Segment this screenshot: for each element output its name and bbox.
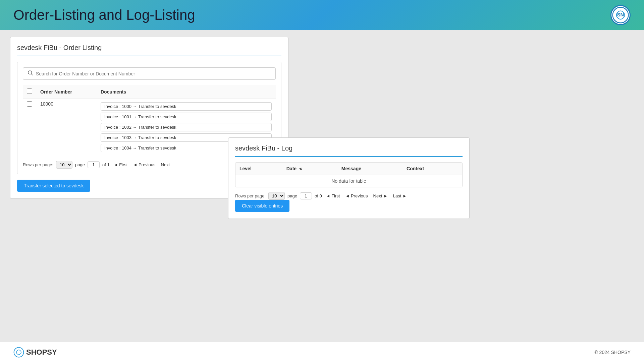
document-tag[interactable]: Invoice : 1002 → Transfer to sevdesk	[101, 123, 272, 131]
log-rows-per-page-select[interactable]: 10 20 50	[268, 192, 285, 200]
log-page-input[interactable]	[300, 192, 312, 199]
log-table-wrapper: Level Date ⇅ Message Context No data for…	[235, 162, 463, 187]
footer-brand: SHOPSY	[13, 347, 57, 358]
rows-per-page-select[interactable]: 10 20 50	[56, 161, 72, 169]
sort-icon[interactable]: ⇅	[299, 167, 302, 171]
order-number-cell: 10000	[36, 99, 97, 156]
log-page-label: page	[287, 193, 297, 198]
order-of-label: of 1	[102, 162, 110, 167]
log-no-data-cell: No data for table	[235, 175, 462, 187]
log-header-date: Date ⇅	[282, 163, 337, 175]
log-pagination: Rows per page: 10 20 50 page of 0 ◄ Firs…	[235, 192, 463, 200]
page-label: page	[75, 162, 85, 167]
log-of-label: of 0	[315, 193, 322, 198]
log-panel-title: sevdesk FiBu - Log	[235, 144, 463, 157]
log-next-btn[interactable]: Next ►	[372, 193, 389, 199]
chevron-right-icon: ►	[383, 193, 388, 198]
log-first-btn[interactable]: ◄ First	[325, 193, 341, 199]
next-btn[interactable]: Next	[160, 162, 171, 168]
log-panel: sevdesk FiBu - Log Level Date ⇅ Message …	[228, 137, 470, 219]
chevron-right-icon: ►	[402, 193, 407, 198]
search-icon	[27, 70, 33, 77]
previous-btn[interactable]: ◄ Previous	[131, 162, 157, 168]
footer-copyright: © 2024 SHOPSY	[594, 350, 631, 355]
log-last-btn[interactable]: Last ►	[392, 193, 408, 199]
log-previous-btn[interactable]: ◄ Previous	[344, 193, 369, 199]
log-no-data-row: No data for table	[235, 175, 462, 187]
app-footer: SHOPSY © 2024 SHOPSY	[0, 342, 644, 362]
main-content: sevdesk FiBu - Order Listing	[0, 30, 644, 342]
log-table: Level Date ⇅ Message Context No data for…	[235, 163, 462, 187]
log-header-context: Context	[402, 163, 462, 175]
order-page-input[interactable]	[88, 161, 100, 168]
clear-button[interactable]: Clear visible entries	[235, 200, 289, 212]
row-checkbox[interactable]	[27, 101, 32, 107]
svg-text:SN: SN	[617, 12, 624, 17]
svg-line-3	[31, 74, 33, 75]
document-tag[interactable]: Invoice : 1001 → Transfer to sevdesk	[101, 113, 272, 121]
document-tag[interactable]: Invoice : 1000 → Transfer to sevdesk	[101, 102, 272, 111]
select-all-checkbox[interactable]	[27, 88, 32, 94]
app-header: Order-Listing and Log-Listing SN	[0, 0, 644, 30]
rows-per-page-label: Rows per page:	[23, 162, 53, 167]
chevron-left-icon: ◄	[114, 162, 118, 167]
log-header-message: Message	[337, 163, 402, 175]
order-panel-title: sevdesk FiBu - Order Listing	[17, 44, 281, 56]
log-rows-per-page-label: Rows per page:	[235, 193, 266, 198]
page-title: Order-Listing and Log-Listing	[13, 7, 195, 23]
header-logo: SN	[610, 5, 631, 25]
chevron-left-icon: ◄	[326, 193, 330, 198]
search-input[interactable]	[36, 71, 271, 76]
table-header-documents: Documents	[97, 85, 276, 99]
footer-brand-text: SHOPSY	[26, 348, 57, 357]
svg-point-4	[14, 347, 24, 357]
svg-point-2	[28, 71, 32, 74]
search-bar	[23, 67, 276, 80]
table-header-checkbox	[23, 85, 36, 99]
table-header-order-number: Order Number	[36, 85, 97, 99]
chevron-left-icon: ◄	[345, 193, 350, 198]
transfer-button[interactable]: Transfer selected to sevdesk	[17, 180, 90, 192]
first-btn[interactable]: ◄ First	[112, 162, 129, 168]
chevron-left-icon: ◄	[133, 162, 137, 167]
log-header-level: Level	[235, 163, 282, 175]
